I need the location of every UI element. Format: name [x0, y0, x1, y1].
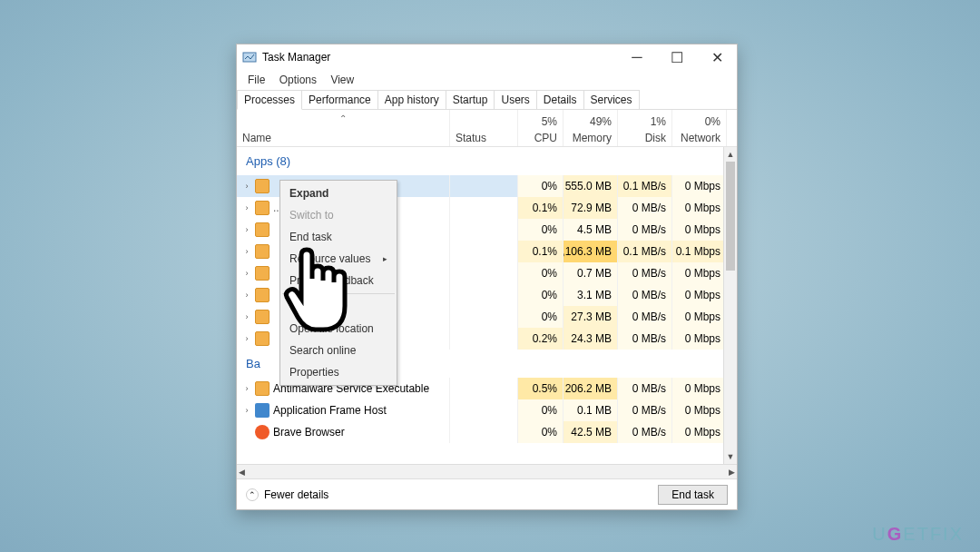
- context-menu-item[interactable]: Resource values▸: [280, 248, 397, 270]
- close-button[interactable]: ✕: [697, 44, 737, 70]
- tab-services[interactable]: Services: [584, 90, 640, 109]
- maximize-button[interactable]: ☐: [657, 44, 697, 70]
- memory-cell: 206.2 MB: [564, 378, 618, 399]
- process-name-cell: › Application Frame Host: [237, 399, 450, 421]
- process-name: Application Frame Host: [273, 404, 387, 417]
- process-icon: [255, 222, 270, 237]
- col-disk-label[interactable]: Disk: [618, 130, 672, 146]
- process-icon: [255, 403, 270, 418]
- status-cell: [450, 241, 518, 262]
- context-menu-item: Switch to: [280, 204, 397, 226]
- tab-details[interactable]: Details: [537, 90, 584, 109]
- cpu-cell: 0%: [518, 284, 564, 306]
- process-icon: [255, 244, 270, 259]
- titlebar: Task Manager ─ ☐ ✕: [237, 44, 737, 70]
- expand-icon[interactable]: ›: [242, 312, 251, 321]
- menu-bar: File Options View: [237, 70, 737, 90]
- expand-icon[interactable]: ›: [242, 269, 251, 278]
- expand-icon[interactable]: ›: [242, 247, 251, 256]
- col-name-label[interactable]: Name: [237, 130, 450, 146]
- col-network-label[interactable]: Network: [672, 130, 727, 146]
- expand-icon[interactable]: ›: [242, 384, 251, 393]
- watermark: UGETFIX: [872, 524, 964, 545]
- expand-icon[interactable]: ›: [242, 291, 251, 300]
- context-menu-item[interactable]: End task: [280, 226, 397, 248]
- fewer-details[interactable]: ⌃ Fewer details: [246, 488, 328, 501]
- status-cell: [450, 421, 518, 443]
- process-icon: [255, 201, 270, 215]
- expand-icon[interactable]: ›: [242, 203, 251, 212]
- scroll-right-icon[interactable]: ▶: [729, 468, 735, 477]
- scroll-down-icon[interactable]: ▼: [724, 449, 737, 464]
- scroll-up-icon[interactable]: ▲: [724, 147, 737, 162]
- context-menu-item[interactable]: Expand: [280, 182, 397, 204]
- context-menu-item[interactable]: Search online: [280, 340, 397, 361]
- menu-options[interactable]: Options: [274, 72, 322, 88]
- process-icon: [255, 381, 270, 396]
- context-menu-item[interactable]: Properties: [280, 361, 397, 383]
- disk-cell: 0 MB/s: [618, 378, 672, 399]
- network-cell: 0 Mbps: [672, 378, 727, 399]
- col-name[interactable]: ⌃: [237, 110, 450, 130]
- footer: ⌃ Fewer details End task: [237, 478, 737, 509]
- cpu-cell: 0%: [518, 306, 564, 328]
- context-menu: ExpandSwitch toEnd taskResource values▸P…: [279, 180, 397, 386]
- process-icon: [255, 179, 270, 193]
- col-memory-label[interactable]: Memory: [564, 130, 618, 146]
- cpu-cell: 0.5%: [518, 378, 564, 399]
- memory-cell: 1,106.3 MB: [564, 241, 618, 262]
- tab-startup[interactable]: Startup: [446, 90, 495, 109]
- end-task-button[interactable]: End task: [658, 485, 728, 505]
- context-menu-item[interactable]: Provide feedback: [280, 270, 397, 291]
- table-row[interactable]: › Application Frame Host 0% 0.1 MB 0 MB/…: [237, 399, 737, 421]
- cpu-cell: 0%: [518, 262, 564, 284]
- network-cell: 0 Mbps: [672, 284, 727, 306]
- disk-cell: 0 MB/s: [618, 399, 672, 421]
- memory-cell: 4.5 MB: [564, 219, 618, 241]
- expand-icon[interactable]: ›: [242, 334, 251, 343]
- tab-users[interactable]: Users: [495, 90, 536, 109]
- status-cell: [450, 399, 518, 421]
- fewer-details-label: Fewer details: [264, 488, 328, 501]
- process-name: Brave Browser: [273, 426, 345, 439]
- context-menu-item[interactable]: Open file location: [280, 318, 397, 340]
- expand-icon[interactable]: ›: [242, 225, 251, 234]
- cpu-cell: 0%: [518, 219, 564, 241]
- cpu-cell: 0.1%: [518, 241, 564, 262]
- context-menu-item: Go: [280, 296, 397, 318]
- task-manager-icon: [242, 50, 257, 64]
- cpu-cell: 0%: [518, 399, 564, 421]
- process-icon: [255, 331, 270, 346]
- memory-cell: 27.3 MB: [564, 306, 618, 328]
- network-cell: 0 Mbps: [672, 399, 727, 421]
- vertical-scrollbar[interactable]: ▲ ▼: [723, 147, 737, 464]
- tab-processes[interactable]: Processes: [237, 90, 302, 110]
- process-name-cell: › Brave Browser: [237, 421, 450, 443]
- disk-cell: 0 MB/s: [618, 306, 672, 328]
- col-status-label[interactable]: Status: [450, 130, 518, 146]
- disk-cell: 0 MB/s: [618, 197, 672, 219]
- cpu-cell: 0.2%: [518, 328, 564, 350]
- expand-icon[interactable]: ›: [242, 182, 251, 191]
- network-cell: 0.1 Mbps: [672, 241, 727, 262]
- network-pct: 0%: [672, 110, 727, 130]
- expand-icon[interactable]: ›: [242, 406, 251, 415]
- scroll-thumb[interactable]: [726, 162, 735, 271]
- tab-performance[interactable]: Performance: [302, 90, 378, 109]
- window-title: Task Manager: [262, 51, 330, 64]
- tab-app-history[interactable]: App history: [378, 90, 446, 109]
- menu-view[interactable]: View: [325, 72, 359, 88]
- table-row[interactable]: › Brave Browser 0% 42.5 MB 0 MB/s 0 Mbps: [237, 421, 737, 443]
- process-icon: [255, 425, 270, 439]
- titlebar-left: Task Manager: [242, 50, 330, 64]
- horizontal-scrollbar[interactable]: ◀ ▶: [237, 464, 737, 478]
- cpu-pct: 5%: [518, 110, 564, 130]
- menu-file[interactable]: File: [242, 72, 270, 88]
- minimize-button[interactable]: ─: [617, 44, 657, 70]
- col-cpu-label[interactable]: CPU: [518, 130, 564, 146]
- scroll-left-icon[interactable]: ◀: [239, 468, 245, 477]
- network-cell: 0 Mbps: [672, 175, 727, 197]
- tab-strip: Processes Performance App history Startu…: [237, 90, 737, 110]
- col-status-top: [450, 110, 518, 130]
- memory-cell: 555.0 MB: [564, 175, 618, 197]
